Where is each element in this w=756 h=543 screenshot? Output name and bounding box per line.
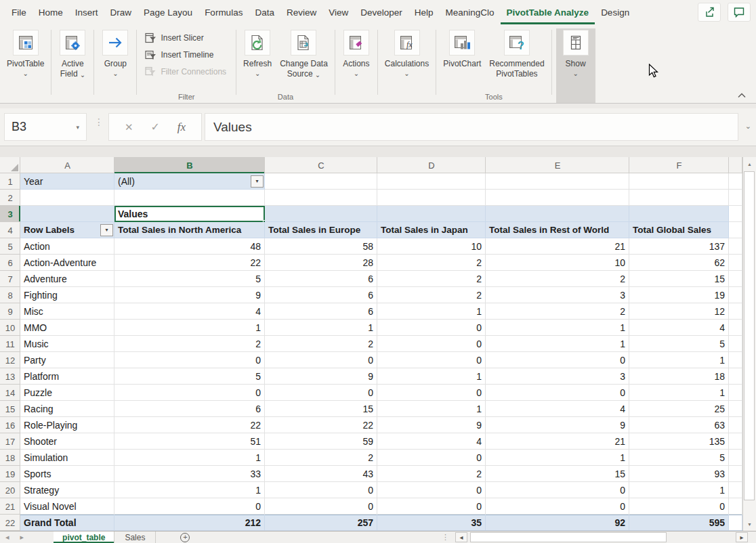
tab-scrollbar-splitter[interactable]: ⋮ [442, 533, 449, 541]
cancel-icon[interactable]: ✕ [125, 121, 133, 133]
column-header-E[interactable]: E [486, 157, 629, 173]
cell-B9[interactable]: 4 [114, 303, 265, 320]
cell-G5[interactable] [729, 238, 742, 255]
cell-C2[interactable] [265, 190, 377, 206]
cell-G11[interactable] [729, 336, 742, 352]
scroll-up-button[interactable]: ▲ [743, 157, 756, 171]
cell-F20[interactable]: 1 [629, 482, 729, 498]
formula-bar-resize-handle[interactable]: ⋮ [94, 118, 104, 127]
cell-G4[interactable] [729, 222, 742, 238]
select-all-button[interactable] [0, 157, 20, 173]
cell-A7-category[interactable]: Adventure [20, 271, 114, 287]
row-header-14[interactable]: 14 [0, 385, 20, 401]
show-button[interactable]: Show ⌄ [556, 28, 595, 103]
cell-E1[interactable] [486, 173, 629, 190]
ribbon-tab-design[interactable]: Design [595, 0, 635, 24]
fill-handle[interactable] [263, 220, 265, 222]
cell-D1[interactable] [377, 173, 486, 190]
recommended-pivottables-button[interactable]: ? Recommended PivotTables [485, 28, 548, 79]
column-header-g-partial[interactable] [729, 157, 742, 173]
cell-D5[interactable]: 10 [377, 238, 486, 255]
cell-E7[interactable]: 2 [486, 271, 629, 287]
ribbon-tab-meaningclo[interactable]: MeaningClo [440, 0, 501, 24]
collapse-ribbon-button[interactable] [737, 92, 747, 98]
cell-F11[interactable]: 5 [629, 336, 729, 352]
cell-D17[interactable]: 4 [377, 433, 486, 450]
cell-A19-category[interactable]: Sports [20, 466, 114, 482]
column-header-C[interactable]: C [265, 157, 377, 173]
ribbon-tab-help[interactable]: Help [408, 0, 440, 24]
cell-D4-header[interactable]: Total Sales in Japan [377, 222, 486, 238]
active-field-button[interactable]: Active Field⌄ [54, 28, 91, 103]
cell-A20-category[interactable]: Strategy [20, 482, 114, 498]
cell-B7[interactable]: 5 [114, 271, 265, 287]
cell-E22[interactable]: 92 [486, 515, 629, 531]
actions-button[interactable]: Actions ⌄ [338, 28, 375, 103]
cell-C15[interactable]: 15 [265, 401, 377, 417]
cell-B15[interactable]: 6 [114, 401, 265, 417]
cell-F17[interactable]: 135 [629, 433, 729, 450]
formula-input[interactable]: Values [205, 113, 738, 141]
name-box-dropdown-icon[interactable]: ▾ [76, 124, 79, 131]
cell-F10[interactable]: 4 [629, 320, 729, 336]
cell-C10[interactable]: 1 [265, 320, 377, 336]
cell-G15[interactable] [729, 401, 742, 417]
cell-A14-category[interactable]: Puzzle [20, 385, 114, 401]
cell-F21[interactable]: 0 [629, 498, 729, 515]
cell-B2[interactable] [114, 190, 265, 206]
cell-D9[interactable]: 1 [377, 303, 486, 320]
cell-D13[interactable]: 1 [377, 368, 486, 385]
cell-B13[interactable]: 5 [114, 368, 265, 385]
cell-D3[interactable] [377, 206, 486, 222]
cell-E20[interactable]: 0 [486, 482, 629, 498]
cell-D10[interactable]: 0 [377, 320, 486, 336]
cell-F15[interactable]: 25 [629, 401, 729, 417]
cell-G7[interactable] [729, 271, 742, 287]
cell-A5-category[interactable]: Action [20, 238, 114, 255]
cell-E17[interactable]: 21 [486, 433, 629, 450]
row-header-7[interactable]: 7 [0, 271, 20, 287]
cell-D6[interactable]: 2 [377, 255, 486, 271]
cell-A10-category[interactable]: MMO [20, 320, 114, 336]
cell-C11[interactable]: 2 [265, 336, 377, 352]
cell-F13[interactable]: 18 [629, 368, 729, 385]
pivottable-button[interactable]: PivotTable ⌄ [3, 28, 48, 103]
cell-A22-category[interactable]: Grand Total [20, 515, 114, 531]
horizontal-scrollbar-thumb[interactable] [470, 532, 667, 542]
row-header-18[interactable]: 18 [0, 450, 20, 466]
cell-B3-selected[interactable]: Values [114, 206, 265, 222]
cell-B17[interactable]: 51 [114, 433, 265, 450]
cell-B10[interactable]: 1 [114, 320, 265, 336]
cell-A12-category[interactable]: Party [20, 352, 114, 368]
cell-C12[interactable]: 0 [265, 352, 377, 368]
cell-A16-category[interactable]: Role-Playing [20, 417, 114, 433]
scroll-left-button[interactable]: ◂ [455, 532, 467, 542]
cell-G8[interactable] [729, 287, 742, 303]
comments-button[interactable] [728, 3, 751, 22]
cell-E14[interactable]: 0 [486, 385, 629, 401]
cell-B16[interactable]: 22 [114, 417, 265, 433]
cell-A2[interactable] [20, 190, 114, 206]
column-header-B[interactable]: B [114, 157, 265, 173]
cell-B20[interactable]: 1 [114, 482, 265, 498]
cell-B18[interactable]: 1 [114, 450, 265, 466]
scroll-right-button[interactable]: ▸ [736, 532, 748, 542]
ribbon-tab-insert[interactable]: Insert [69, 0, 104, 24]
cell-A11-category[interactable]: Music [20, 336, 114, 352]
cell-D20[interactable]: 0 [377, 482, 486, 498]
cell-C7[interactable]: 6 [265, 271, 377, 287]
cell-E18[interactable]: 1 [486, 450, 629, 466]
cell-G12[interactable] [729, 352, 742, 368]
cell-D14[interactable]: 0 [377, 385, 486, 401]
name-box[interactable]: B3 ▾ [4, 113, 87, 141]
cell-F3[interactable] [629, 206, 729, 222]
cell-E9[interactable]: 2 [486, 303, 629, 320]
cell-F8[interactable]: 19 [629, 287, 729, 303]
cell-E13[interactable]: 3 [486, 368, 629, 385]
cell-C3[interactable] [265, 206, 377, 222]
row-header-20[interactable]: 20 [0, 482, 20, 498]
cell-B21[interactable]: 0 [114, 498, 265, 515]
cell-A9-category[interactable]: Misc [20, 303, 114, 320]
cell-G3[interactable] [729, 206, 742, 222]
cell-A8-category[interactable]: Fighting [20, 287, 114, 303]
